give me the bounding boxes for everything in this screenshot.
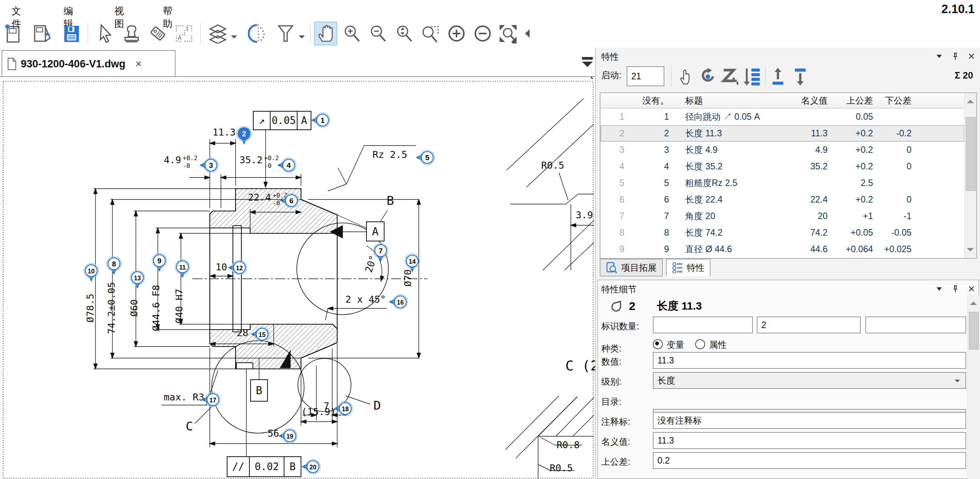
- save-button[interactable]: [61, 22, 82, 45]
- details-panel-controls: [936, 285, 975, 293]
- toolbar-separator: [310, 23, 311, 44]
- id-quantity-input-1[interactable]: 2: [757, 317, 861, 333]
- zoom-in-tool-button[interactable]: [341, 22, 363, 45]
- dim-text: 28: [237, 327, 248, 338]
- zoom-window-tool-button[interactable]: [420, 22, 441, 45]
- table-header: 没有。标题名义值上公差下公差: [600, 93, 965, 109]
- toolbar-separator: [88, 23, 88, 44]
- table-row-6[interactable]: 66长度 22.422.4+0.20: [600, 191, 965, 208]
- close-icon[interactable]: [968, 53, 975, 59]
- svg-text:0.05: 0.05: [272, 115, 296, 126]
- toolbar-collapse-button[interactable]: [522, 22, 532, 45]
- pan-tool-button[interactable]: [315, 22, 336, 45]
- table-row-3[interactable]: 33长度 4.94.9+0.20: [600, 142, 965, 158]
- select-tool-button[interactable]: [95, 22, 116, 45]
- increase-button[interactable]: [446, 22, 467, 45]
- pin-icon[interactable]: [952, 285, 958, 293]
- renumber-rotate-button[interactable]: [698, 66, 717, 86]
- details-scrollbar[interactable]: [967, 295, 979, 479]
- mirror-tool-button[interactable]: [247, 22, 269, 45]
- pick-balloon-button[interactable]: [676, 66, 695, 86]
- tab-project-expand[interactable]: 项目拓展: [600, 259, 663, 276]
- field-label-1: 种类:: [601, 343, 621, 355]
- field-7-input[interactable]: 0.2: [653, 452, 966, 469]
- radio-变量[interactable]: [653, 339, 663, 349]
- table-row-4[interactable]: 44长度 35.235.2+0.20: [600, 158, 965, 175]
- tab-characteristics[interactable]: 特性: [666, 259, 711, 276]
- panel-menu-chevron-icon[interactable]: [936, 286, 942, 291]
- tag-tool-button[interactable]: [147, 22, 169, 45]
- dim-text: 3.9: [575, 209, 593, 221]
- close-icon[interactable]: [968, 286, 975, 292]
- table-row-9[interactable]: 99直径 Ø 44.644.6+0.064+0.025: [600, 241, 965, 258]
- scroll-thumb[interactable]: [966, 117, 976, 191]
- scroll-up-icon[interactable]: [970, 298, 977, 305]
- dim-text: A (: [570, 77, 595, 80]
- move-top-button[interactable]: [769, 66, 788, 86]
- scroll-down-icon[interactable]: [967, 248, 974, 255]
- svg-text:2: 2: [242, 130, 246, 138]
- drawing-canvas[interactable]: 11.34.9+0.2-035.2+0.2-022.4+0.2-0Rz 2.5Ø…: [0, 77, 595, 479]
- svg-text:B: B: [289, 461, 296, 472]
- move-bottom-button[interactable]: [791, 66, 810, 86]
- filter-button[interactable]: [275, 22, 296, 45]
- field-3-select[interactable]: 长度: [653, 372, 966, 389]
- renumber-z-button[interactable]: [721, 66, 740, 86]
- dim-text: R0.8: [557, 439, 580, 451]
- scroll-thumb[interactable]: [969, 312, 979, 350]
- svg-text:13: 13: [134, 275, 141, 281]
- region-balloon-tool-button[interactable]: 1A: [173, 22, 195, 45]
- start-number-label: 启动:: [601, 69, 621, 81]
- svg-text:15: 15: [259, 332, 266, 338]
- table-row-2[interactable]: 22长度 11.311.3+0.2-0.2: [600, 125, 965, 142]
- zoom-out-tool-button[interactable]: [367, 22, 389, 45]
- open-file-button[interactable]: [32, 22, 54, 45]
- reorder-list-button[interactable]: [743, 66, 762, 86]
- document-tab[interactable]: 930-1200-406-V1.dwg ×: [2, 50, 176, 77]
- zoom-dynamic-tool-button[interactable]: [393, 22, 415, 45]
- svg-text:-0: -0: [264, 162, 271, 169]
- dim-text: B: [386, 193, 394, 208]
- svg-text:4: 4: [287, 161, 291, 169]
- layers-button[interactable]: [207, 22, 229, 45]
- svg-text:7: 7: [379, 247, 383, 255]
- properties-toolbar: [676, 66, 810, 86]
- svg-text:A: A: [301, 115, 307, 126]
- right-dock: 特性 启动: 21 Σ 20 没有。标题名义值上公差下公差11径向跳动 ↗ 0.…: [595, 48, 980, 479]
- table-row-1[interactable]: 11径向跳动 ↗ 0.05 A0.05: [600, 109, 965, 125]
- decrease-button[interactable]: [472, 22, 493, 45]
- feature-control-frame-2: //0.02B: [227, 457, 301, 477]
- dim-text: C: [186, 419, 193, 434]
- table-row-5[interactable]: 55粗糙度Rz 2.52.5: [600, 175, 965, 191]
- kind-radio-group: 变量属性: [653, 339, 738, 351]
- id-quantity-input-0[interactable]: [653, 317, 753, 333]
- tab-overflow-button[interactable]: [581, 56, 594, 71]
- start-number-input[interactable]: 21: [627, 66, 664, 86]
- new-file-button[interactable]: [3, 22, 25, 45]
- field-label-7: 上公差:: [601, 456, 630, 468]
- radio-label: 变量: [667, 340, 684, 350]
- dim-text: R0.5: [550, 462, 573, 474]
- svg-text:+0.2: +0.2: [183, 154, 198, 162]
- dim-text: D: [373, 398, 381, 413]
- field-6-input[interactable]: 11.3: [653, 432, 966, 449]
- tab-close-icon[interactable]: ×: [135, 58, 142, 70]
- table-scrollbar[interactable]: [964, 93, 976, 258]
- id-quantity-input-2[interactable]: [865, 317, 966, 333]
- zoom-fit-button[interactable]: [497, 22, 519, 45]
- pin-icon[interactable]: [952, 52, 958, 60]
- dim-text: Ø78.5: [85, 293, 96, 322]
- table-row-7[interactable]: 77角度 2020+1-1: [600, 208, 965, 224]
- field-5-input[interactable]: 没有注释标: [653, 412, 966, 429]
- filter-chevron-icon[interactable]: [299, 35, 305, 42]
- svg-text:↗: ↗: [259, 115, 265, 126]
- radio-属性[interactable]: [695, 339, 705, 349]
- panel-menu-chevron-icon[interactable]: [936, 54, 942, 59]
- stamp-tool-button[interactable]: [121, 22, 142, 45]
- table-row-8[interactable]: 88长度 74.274.2+0.05-0.05: [600, 224, 965, 241]
- scroll-up-icon[interactable]: [967, 96, 974, 103]
- field-2-input[interactable]: 11.3: [653, 352, 966, 369]
- characteristics-table[interactable]: 没有。标题名义值上公差下公差11径向跳动 ↗ 0.05 A0.0522长度 11…: [600, 92, 977, 259]
- layers-chevron-icon[interactable]: [231, 35, 237, 42]
- toolbar-separator: [200, 23, 201, 44]
